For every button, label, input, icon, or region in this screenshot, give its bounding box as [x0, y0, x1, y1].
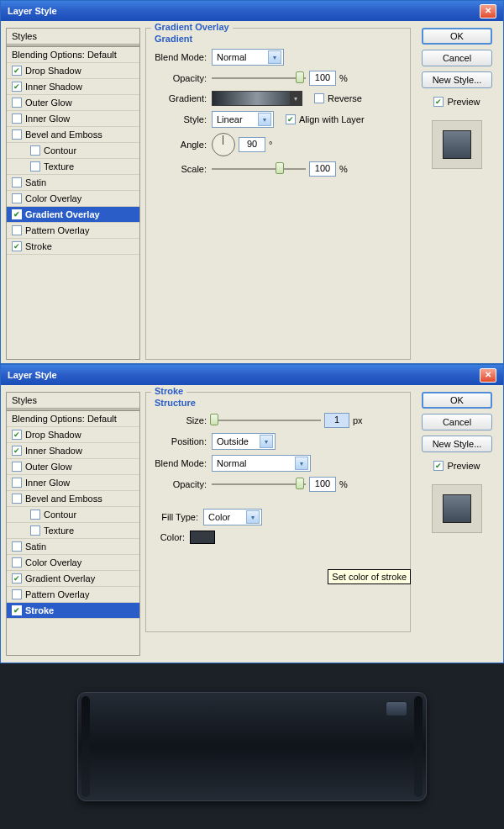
blending-options[interactable]: Blending Options: Default: [7, 47, 139, 63]
blend-mode-select[interactable]: Normal ▾: [212, 455, 311, 472]
style-texture[interactable]: Texture: [7, 523, 139, 539]
new-style-button[interactable]: New Style...: [422, 71, 492, 88]
style-drop-shadow[interactable]: Drop Shadow: [7, 427, 139, 443]
style-texture[interactable]: Texture: [7, 159, 139, 175]
opacity-input[interactable]: 100: [309, 477, 336, 492]
tooltip: Set color of stroke: [328, 569, 411, 584]
size-slider[interactable]: [212, 414, 321, 427]
style-inner-glow[interactable]: Inner Glow: [7, 111, 139, 127]
close-icon[interactable]: ✕: [480, 368, 496, 383]
cancel-button[interactable]: Cancel: [422, 414, 492, 430]
preview-label: Preview: [447, 461, 480, 471]
style-bevel-emboss[interactable]: Bevel and Emboss: [7, 491, 139, 507]
checkbox-satin[interactable]: [12, 541, 22, 552]
opacity-label: Opacity:: [153, 479, 208, 489]
style-color-overlay[interactable]: Color Overlay: [7, 191, 139, 207]
style-contour[interactable]: Contour: [7, 143, 139, 159]
checkbox-satin[interactable]: [12, 177, 22, 187]
chevron-down-icon: ▾: [290, 92, 302, 105]
checkbox-bevel-emboss[interactable]: [12, 129, 22, 140]
align-label: Align with Layer: [299, 114, 365, 124]
scale-input[interactable]: 100: [309, 161, 336, 177]
styles-header[interactable]: Styles: [7, 393, 139, 409]
style-pattern-overlay[interactable]: Pattern Overlay: [7, 223, 139, 239]
style-gradient-overlay[interactable]: Gradient Overlay: [7, 207, 139, 223]
rendered-shape: [77, 692, 427, 801]
checkbox-inner-shadow[interactable]: [12, 446, 22, 456]
style-gradient-overlay[interactable]: Gradient Overlay: [7, 571, 139, 587]
close-icon[interactable]: ✕: [480, 4, 496, 18]
checkbox-gradient-overlay[interactable]: [12, 573, 22, 583]
checkbox-pattern-overlay[interactable]: [12, 589, 22, 599]
checkbox-color-overlay[interactable]: [12, 557, 22, 568]
style-stroke[interactable]: Stroke: [7, 603, 139, 619]
blending-options[interactable]: Blending Options: Default: [7, 411, 139, 427]
styles-header[interactable]: Styles: [7, 29, 139, 45]
style-contour[interactable]: Contour: [7, 507, 139, 523]
checkbox-pattern-overlay[interactable]: [12, 225, 22, 235]
angle-label: Angle:: [153, 140, 208, 150]
opacity-slider[interactable]: [212, 478, 306, 491]
scale-label: Scale:: [153, 164, 208, 174]
style-color-overlay[interactable]: Color Overlay: [7, 555, 139, 571]
checkbox-contour[interactable]: [30, 510, 40, 520]
style-pattern-overlay[interactable]: Pattern Overlay: [7, 587, 139, 603]
opacity-input[interactable]: 100: [309, 71, 336, 86]
blend-mode-select[interactable]: Normal ▾: [212, 49, 284, 66]
ok-button[interactable]: OK: [422, 392, 492, 409]
checkbox-texture[interactable]: [30, 525, 40, 536]
preview-swatch: [432, 484, 482, 533]
titlebar: Layer Style ✕: [1, 1, 503, 21]
style-outer-glow[interactable]: Outer Glow: [7, 95, 139, 111]
sidebar: Styles Blending Options: Default Drop Sh…: [6, 28, 140, 360]
style-inner-glow[interactable]: Inner Glow: [7, 475, 139, 491]
button-column: OK Cancel New Style... Preview: [416, 392, 498, 656]
preview-checkbox[interactable]: [433, 97, 444, 107]
style-label: Style:: [153, 114, 208, 124]
chevron-down-icon: ▾: [268, 50, 281, 64]
align-checkbox[interactable]: [286, 114, 296, 124]
opacity-slider[interactable]: [212, 71, 306, 85]
checkbox-outer-glow[interactable]: [12, 462, 22, 472]
checkbox-contour[interactable]: [30, 145, 40, 156]
gradient-picker[interactable]: ▾: [212, 91, 302, 106]
angle-dial[interactable]: [212, 133, 235, 156]
scale-slider[interactable]: [212, 162, 306, 176]
new-style-button[interactable]: New Style...: [422, 436, 492, 452]
style-select[interactable]: Linear ▾: [212, 111, 274, 128]
style-outer-glow[interactable]: Outer Glow: [7, 459, 139, 475]
style-bevel-emboss[interactable]: Bevel and Emboss: [7, 127, 139, 143]
fill-type-select[interactable]: Color ▾: [203, 509, 262, 525]
checkbox-bevel-emboss[interactable]: [12, 494, 22, 504]
checkbox-inner-glow[interactable]: [12, 478, 22, 488]
style-satin[interactable]: Satin: [7, 175, 139, 191]
checkbox-gradient-overlay[interactable]: [12, 209, 22, 219]
stroke-color-swatch[interactable]: [190, 531, 215, 544]
reverse-checkbox[interactable]: [314, 93, 324, 103]
style-satin[interactable]: Satin: [7, 539, 139, 555]
checkbox-drop-shadow[interactable]: [12, 66, 22, 76]
style-inner-shadow[interactable]: Inner Shadow: [7, 79, 139, 95]
section-title: Gradient Overlay: [151, 22, 233, 32]
ok-button[interactable]: OK: [422, 28, 492, 45]
checkbox-texture[interactable]: [30, 161, 40, 172]
checkbox-inner-glow[interactable]: [12, 114, 22, 124]
checkbox-inner-shadow[interactable]: [12, 82, 22, 92]
angle-input[interactable]: 90: [239, 137, 265, 152]
position-select[interactable]: Outside ▾: [212, 433, 276, 450]
checkbox-color-overlay[interactable]: [12, 193, 22, 203]
style-drop-shadow[interactable]: Drop Shadow: [7, 63, 139, 79]
size-input[interactable]: 1: [324, 413, 349, 428]
style-stroke[interactable]: Stroke: [7, 239, 139, 255]
section-subtitle: Structure: [155, 398, 403, 408]
checkbox-stroke[interactable]: [12, 241, 22, 251]
color-label: Color:: [153, 532, 186, 542]
preview-checkbox[interactable]: [433, 461, 444, 471]
checkbox-stroke[interactable]: [12, 605, 22, 615]
cancel-button[interactable]: Cancel: [422, 50, 492, 66]
section-subtitle: Gradient: [155, 34, 403, 44]
style-inner-shadow[interactable]: Inner Shadow: [7, 443, 139, 459]
checkbox-outer-glow[interactable]: [12, 98, 22, 108]
rendered-chip: [386, 701, 407, 716]
checkbox-drop-shadow[interactable]: [12, 430, 22, 440]
